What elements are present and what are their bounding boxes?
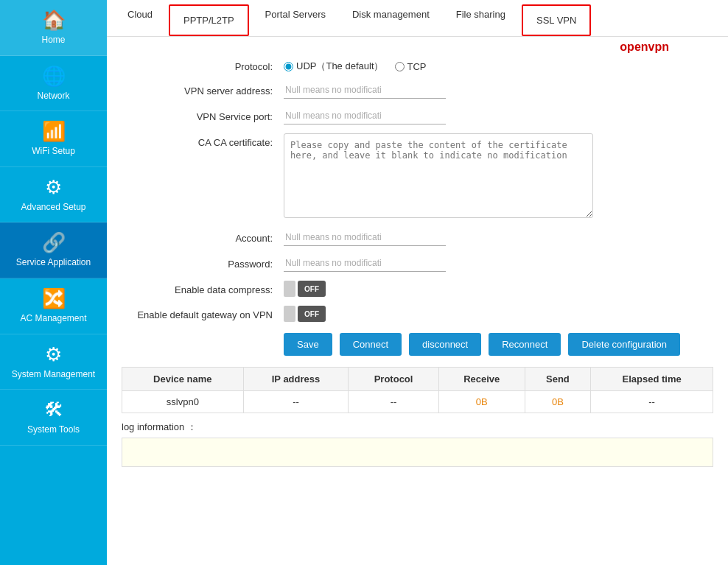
tab-file-sharing[interactable]: File sharing (443, 0, 519, 36)
sidebar-item-system-tools[interactable]: 🛠 System Tools (0, 390, 107, 446)
vpn-port-input[interactable] (284, 108, 446, 124)
vpn-server-control (284, 82, 713, 99)
protocol-tcp-option[interactable]: TCP (395, 61, 427, 72)
advanced-icon: ⚙ (45, 176, 62, 199)
ca-cert-textarea[interactable] (284, 133, 593, 218)
compress-toggle-btn[interactable]: OFF (298, 281, 326, 297)
compress-toggle-wrap: OFF (284, 281, 713, 297)
vpn-server-input[interactable] (284, 82, 446, 99)
sidebar-item-system-management[interactable]: ⚙ System Management (0, 334, 107, 390)
cell-send: 0B (525, 391, 591, 413)
ac-icon: 🔀 (42, 287, 66, 310)
save-button[interactable]: Save (284, 333, 332, 356)
tab-ssl-vpn[interactable]: SSL VPN (522, 4, 591, 36)
sidebar-item-home[interactable]: 🏠 Home (0, 0, 107, 56)
sysmanage-icon: ⚙ (45, 343, 62, 366)
gateway-toggle-bar (284, 306, 295, 322)
cell-elapsed: -- (591, 391, 713, 413)
account-label: Account: (122, 229, 284, 244)
tab-bar: Cloud PPTP/L2TP Portal Servers Disk mana… (107, 0, 728, 37)
sidebar-item-ac-management[interactable]: 🔀 AC Management (0, 278, 107, 334)
gateway-toggle-wrap: OFF (284, 306, 713, 322)
password-row: Password: (122, 255, 713, 272)
wifi-icon: 📶 (42, 120, 66, 143)
content-area: openvpn Protocol: UDP（The default） TCP (107, 37, 728, 565)
log-label: log information ： (122, 421, 713, 434)
tab-portal-servers[interactable]: Portal Servers (252, 0, 339, 36)
sidebar-item-advanced-setup[interactable]: ⚙ Advanced Setup (0, 167, 107, 223)
ssl-vpn-form: Protocol: UDP（The default） TCP VPN serve… (122, 57, 713, 322)
protocol-udp-label: UDP（The default） (296, 60, 384, 73)
account-control (284, 229, 713, 246)
openvpn-header: openvpn (122, 44, 713, 54)
protocol-row: Protocol: UDP（The default） TCP (122, 57, 713, 73)
col-send: Send (525, 368, 591, 391)
protocol-udp-radio[interactable] (284, 62, 293, 71)
openvpn-label: openvpn (620, 41, 669, 54)
gateway-row: Enable default gateway on VPN OFF (122, 306, 713, 322)
sidebar: 🏠 Home 🌐 Network 📶 WiFi Setup ⚙ Advanced… (0, 0, 107, 565)
sidebar-label-ac: AC Management (20, 313, 86, 325)
cell-device: sslvpn0 (122, 391, 244, 413)
account-row: Account: (122, 229, 713, 246)
sidebar-label-advanced: Advanced Setup (21, 202, 85, 214)
reconnect-button[interactable]: Reconnect (489, 333, 561, 356)
protocol-label: Protocol: (122, 57, 284, 72)
table-header-row: Device name IP address Protocol Receive … (122, 368, 713, 391)
tools-icon: 🛠 (44, 399, 63, 421)
vpn-server-label: VPN server address: (122, 82, 284, 96)
protocol-tcp-radio[interactable] (395, 62, 405, 71)
log-box (122, 438, 713, 467)
sidebar-item-network[interactable]: 🌐 Network (0, 56, 107, 112)
password-label: Password: (122, 255, 284, 270)
network-icon: 🌐 (42, 65, 66, 88)
cell-receive: 0B (438, 391, 525, 413)
password-input[interactable] (284, 255, 446, 272)
table-body: sslvpn0 -- -- 0B 0B -- (122, 391, 713, 413)
action-buttons: Save Connect disconnect Reconnect Delete… (284, 333, 713, 356)
connect-button[interactable]: Connect (340, 333, 402, 356)
sidebar-label-tools: System Tools (27, 424, 80, 436)
col-ip-address: IP address (243, 368, 349, 391)
table-row: sslvpn0 -- -- 0B 0B -- (122, 391, 713, 413)
col-receive: Receive (438, 368, 525, 391)
delete-config-button[interactable]: Delete configuration (568, 333, 680, 356)
tab-pptp-l2tp[interactable]: PPTP/L2TP (169, 4, 249, 36)
protocol-udp-option[interactable]: UDP（The default） (284, 60, 384, 73)
service-icon: 🔗 (42, 231, 66, 254)
disconnect-button[interactable]: disconnect (409, 333, 481, 356)
cell-ip: -- (243, 391, 349, 413)
vpn-status-table: Device name IP address Protocol Receive … (122, 367, 713, 413)
home-icon: 🏠 (42, 9, 66, 32)
col-device-name: Device name (122, 368, 244, 391)
ca-cert-control (284, 133, 713, 220)
tab-disk-management[interactable]: Disk management (339, 0, 443, 36)
password-control (284, 255, 713, 272)
sidebar-label-wifi: WiFi Setup (32, 146, 75, 158)
protocol-tcp-label: TCP (407, 61, 427, 72)
sidebar-label-service: Service Application (16, 257, 91, 269)
sidebar-label-home: Home (41, 35, 65, 46)
log-section: log information ： (122, 421, 713, 467)
vpn-server-row: VPN server address: (122, 82, 713, 99)
compress-label: Enable data compress: (122, 281, 284, 295)
gateway-toggle-btn[interactable]: OFF (298, 306, 326, 322)
sidebar-item-wifi-setup[interactable]: 📶 WiFi Setup (0, 111, 107, 167)
sidebar-label-sysmanage: System Management (12, 369, 95, 381)
ca-cert-label: CA CA certificate: (122, 133, 284, 148)
sidebar-label-network: Network (37, 91, 69, 102)
compress-row: Enable data compress: OFF (122, 281, 713, 297)
compress-toggle-bar (284, 281, 295, 297)
col-elapsed-time: Elapsed time (591, 368, 713, 391)
protocol-options: UDP（The default） TCP (284, 57, 713, 73)
ca-cert-row: CA CA certificate: (122, 133, 713, 220)
table-header: Device name IP address Protocol Receive … (122, 368, 713, 391)
vpn-port-label: VPN Service port: (122, 108, 284, 122)
sidebar-item-service-application[interactable]: 🔗 Service Application (0, 222, 107, 278)
vpn-port-control (284, 108, 713, 124)
col-protocol: Protocol (349, 368, 439, 391)
account-input[interactable] (284, 229, 446, 246)
gateway-label: Enable default gateway on VPN (122, 306, 284, 320)
vpn-port-row: VPN Service port: (122, 108, 713, 124)
tab-cloud[interactable]: Cloud (114, 0, 166, 36)
